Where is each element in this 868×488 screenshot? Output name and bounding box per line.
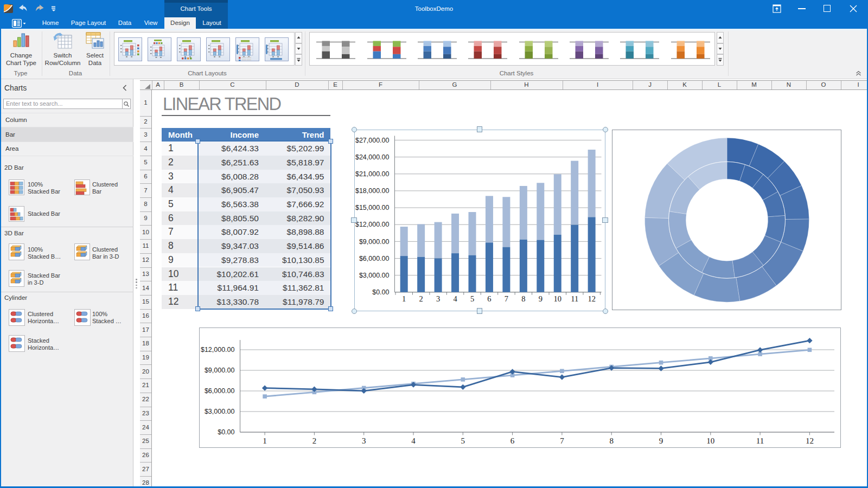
- svg-text:1: 1: [263, 436, 267, 445]
- svg-text:3: 3: [436, 294, 439, 303]
- svg-text:12: 12: [588, 294, 596, 303]
- svg-text:$27,000.00: $27,000.00: [355, 136, 389, 144]
- svg-text:6: 6: [487, 294, 491, 303]
- svg-text:$0.00: $0.00: [372, 288, 389, 296]
- svg-text:4: 4: [453, 294, 457, 303]
- svg-text:$12,000.00: $12,000.00: [200, 346, 234, 354]
- svg-text:10: 10: [706, 436, 714, 445]
- svg-text:$21,000.00: $21,000.00: [355, 170, 389, 177]
- svg-text:2: 2: [419, 294, 423, 303]
- svg-text:5: 5: [470, 294, 474, 303]
- svg-text:$0.00: $0.00: [218, 428, 234, 436]
- svg-text:7: 7: [504, 294, 508, 303]
- svg-text:11: 11: [756, 436, 763, 445]
- svg-text:$3,000.00: $3,000.00: [204, 408, 234, 415]
- svg-text:8: 8: [609, 436, 614, 445]
- svg-text:2: 2: [312, 436, 316, 445]
- svg-text:$12,000.00: $12,000.00: [355, 221, 389, 228]
- svg-text:6: 6: [510, 436, 514, 445]
- svg-text:$9,000.00: $9,000.00: [204, 367, 234, 374]
- svg-text:12: 12: [805, 436, 813, 445]
- svg-text:$24,000.00: $24,000.00: [355, 153, 389, 160]
- svg-text:5: 5: [461, 436, 465, 445]
- svg-text:9: 9: [659, 436, 663, 445]
- svg-text:8: 8: [521, 294, 525, 303]
- svg-text:9: 9: [538, 294, 542, 303]
- svg-text:$18,000.00: $18,000.00: [355, 187, 389, 195]
- svg-text:10: 10: [553, 294, 561, 303]
- svg-text:$3,000.00: $3,000.00: [359, 271, 389, 279]
- svg-text:$6,000.00: $6,000.00: [359, 254, 389, 262]
- svg-text:$6,000.00: $6,000.00: [204, 387, 234, 395]
- svg-text:$15,000.00: $15,000.00: [355, 204, 389, 211]
- svg-text:3: 3: [361, 436, 366, 445]
- svg-text:7: 7: [560, 436, 564, 445]
- svg-text:4: 4: [411, 436, 416, 445]
- svg-text:11: 11: [571, 294, 578, 303]
- svg-text:$9,000.00: $9,000.00: [359, 237, 389, 245]
- svg-text:1: 1: [402, 294, 406, 303]
